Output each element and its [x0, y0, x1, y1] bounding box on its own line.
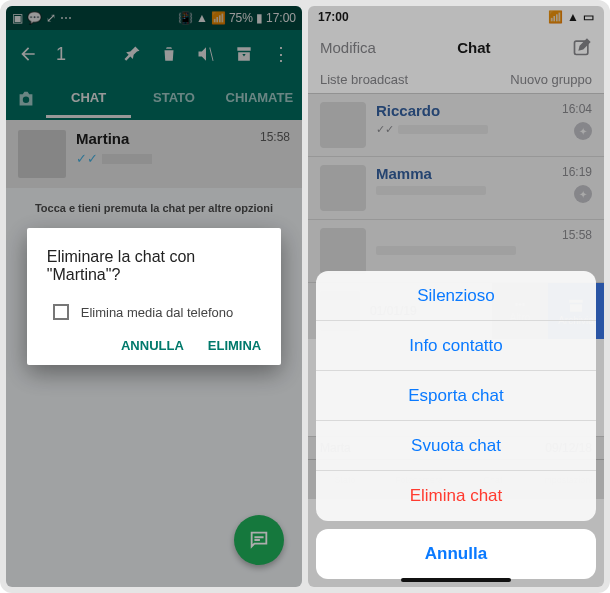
sheet-cancel[interactable]: Annulla [316, 529, 596, 579]
delete-media-checkbox[interactable]: Elimina media dal telefono [47, 304, 262, 320]
sheet-info-contatto[interactable]: Info contatto [316, 321, 596, 371]
android-screen: ▣ 💬 ⤢ ⋯ 📳 ▲ 📶 75% ▮ 17:00 1 [6, 6, 302, 587]
dialog-scrim[interactable]: Eliminare la chat con "Martina"? Elimina… [6, 6, 302, 587]
actionsheet-scrim[interactable]: Silenzioso Info contatto Esporta chat Sv… [308, 6, 604, 587]
checkbox-icon [53, 304, 69, 320]
checkbox-label: Elimina media dal telefono [81, 305, 233, 320]
home-indicator [401, 578, 511, 582]
sheet-svuota-chat[interactable]: Svuota chat [316, 421, 596, 471]
dialog-title: Eliminare la chat con "Martina"? [47, 248, 262, 284]
actionsheet: Silenzioso Info contatto Esporta chat Sv… [316, 271, 596, 521]
sheet-esporta-chat[interactable]: Esporta chat [316, 371, 596, 421]
delete-button[interactable]: ELIMINA [208, 338, 261, 353]
cancel-button[interactable]: ANNULLA [121, 338, 184, 353]
sheet-elimina-chat[interactable]: Elimina chat [316, 471, 596, 521]
sheet-silenzioso[interactable]: Silenzioso [316, 271, 596, 321]
ios-screen: 17:00 📶 ▲ ▭ Modifica Chat Liste broadcas… [308, 6, 604, 587]
delete-dialog: Eliminare la chat con "Martina"? Elimina… [27, 228, 282, 365]
